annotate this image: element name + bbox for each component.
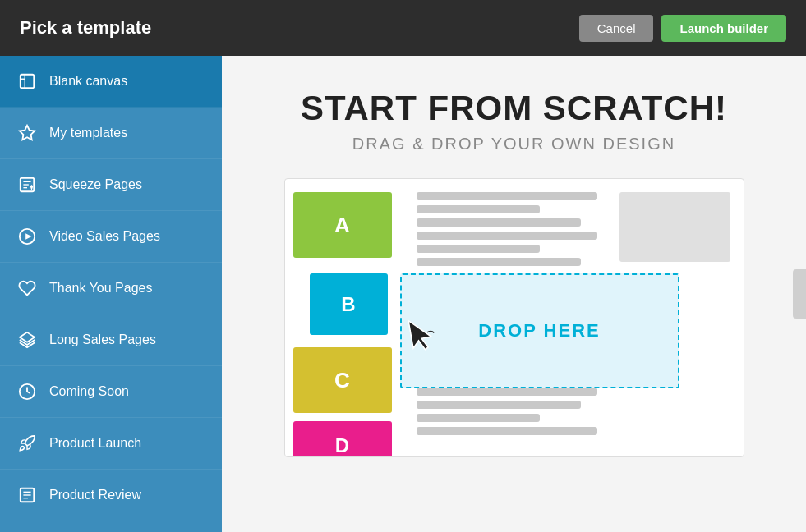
header: Pick a template Cancel Launch builder bbox=[0, 0, 806, 56]
sidebar-label-coming-soon: Coming Soon bbox=[49, 384, 129, 399]
edit-icon bbox=[16, 174, 38, 195]
line-5 bbox=[417, 245, 540, 253]
sidebar-label-squeeze-pages: Squeeze Pages bbox=[49, 177, 142, 192]
sidebar-item-thank-you-pages[interactable]: Thank You Pages bbox=[0, 263, 222, 314]
launch-builder-button[interactable]: Launch builder bbox=[661, 15, 786, 42]
line-b2 bbox=[417, 401, 581, 409]
preview-illustration: A B DROP HERE C D bbox=[284, 178, 744, 457]
sidebar: Blank canvas My templates Squeeze Pages … bbox=[0, 56, 222, 532]
header-buttons: Cancel Launch builder bbox=[579, 15, 786, 42]
star-icon bbox=[16, 122, 38, 144]
clock-icon bbox=[16, 381, 38, 402]
main-layout: Blank canvas My templates Squeeze Pages … bbox=[0, 56, 806, 532]
sidebar-item-product-launch[interactable]: Product Launch bbox=[0, 418, 222, 470]
line-1 bbox=[417, 192, 597, 200]
block-b: B bbox=[310, 273, 388, 335]
sidebar-item-video-sales-pages[interactable]: Video Sales Pages bbox=[0, 211, 222, 263]
line-b1 bbox=[417, 388, 597, 396]
content-subtitle: DRAG & DROP YOUR OWN DESIGN bbox=[352, 135, 675, 154]
line-b4 bbox=[417, 427, 597, 435]
svg-marker-9 bbox=[25, 233, 31, 239]
block-d: D bbox=[293, 421, 392, 457]
sidebar-item-squeeze-pages[interactable]: Squeeze Pages bbox=[0, 159, 222, 211]
layers-icon bbox=[16, 329, 38, 351]
cancel-button[interactable]: Cancel bbox=[579, 15, 654, 42]
line-4 bbox=[417, 232, 597, 240]
canvas-icon bbox=[16, 71, 38, 92]
line-6 bbox=[417, 258, 581, 266]
drop-zone: DROP HERE bbox=[400, 273, 679, 388]
sidebar-label-product-review: Product Review bbox=[49, 488, 141, 502]
sidebar-item-long-sales-pages[interactable]: Long Sales Pages bbox=[0, 314, 222, 366]
play-circle-icon bbox=[16, 226, 38, 247]
content-area: START FROM SCRATCH! DRAG & DROP YOUR OWN… bbox=[222, 56, 806, 532]
sidebar-item-blank-canvas[interactable]: Blank canvas bbox=[0, 56, 222, 108]
rocket-icon bbox=[16, 433, 38, 454]
line-2 bbox=[417, 205, 540, 213]
svg-marker-3 bbox=[20, 126, 35, 140]
sidebar-label-video-sales-pages: Video Sales Pages bbox=[49, 229, 160, 244]
sidebar-label-thank-you-pages: Thank You Pages bbox=[49, 281, 152, 296]
drop-here-label: DROP HERE bbox=[478, 320, 600, 342]
sidebar-item-my-templates[interactable]: My templates bbox=[0, 108, 222, 159]
content-lines-top bbox=[417, 192, 704, 271]
line-b3 bbox=[417, 414, 540, 422]
sidebar-item-product-review[interactable]: Product Review bbox=[0, 470, 222, 521]
sidebar-label-long-sales-pages: Long Sales Pages bbox=[49, 332, 156, 347]
sidebar-item-webinar-registration[interactable]: Webinar Registration bbox=[0, 521, 222, 532]
line-3 bbox=[417, 218, 581, 227]
content-title: START FROM SCRATCH! bbox=[301, 89, 727, 128]
block-c: C bbox=[293, 347, 392, 413]
sidebar-item-coming-soon[interactable]: Coming Soon bbox=[0, 366, 222, 418]
sidebar-label-my-templates: My templates bbox=[49, 126, 127, 140]
content-lines-bottom bbox=[417, 388, 704, 440]
cursor-icon bbox=[403, 314, 440, 361]
svg-rect-0 bbox=[21, 75, 35, 89]
block-a: A bbox=[293, 192, 392, 258]
sidebar-label-blank-canvas: Blank canvas bbox=[49, 74, 127, 89]
sidebar-label-product-launch: Product Launch bbox=[49, 436, 141, 451]
list-icon bbox=[16, 484, 38, 506]
heart-icon bbox=[16, 277, 38, 299]
scroll-hint bbox=[793, 269, 806, 319]
dialog-title: Pick a template bbox=[20, 17, 151, 39]
